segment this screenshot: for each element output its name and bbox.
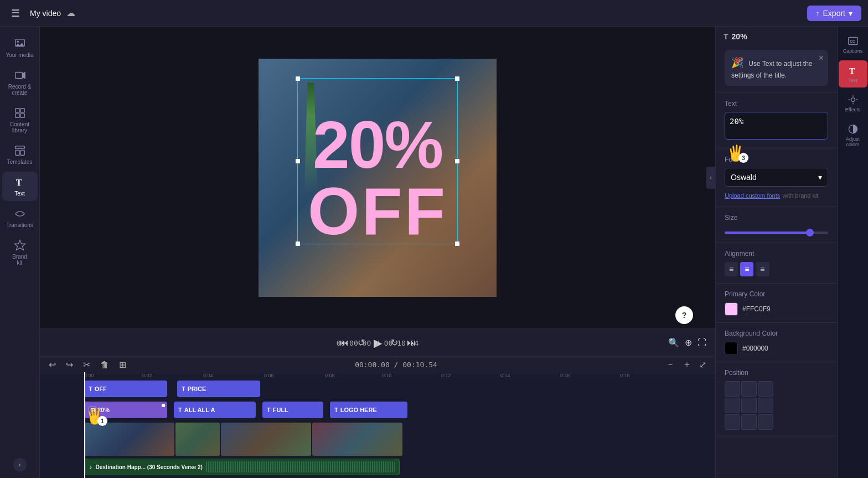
align-center-button[interactable]: ≡ (740, 262, 753, 276)
font-label: Font (725, 156, 828, 163)
svg-rect-8 (20, 114, 24, 117)
handle-mid-left[interactable] (296, 159, 300, 163)
video-clip-4[interactable] (312, 423, 402, 456)
duplicate-button[interactable]: ⊞ (117, 357, 128, 372)
export-button[interactable]: ↑ Export ▾ (807, 6, 861, 21)
sidebar-item-record-create[interactable]: Record &create (2, 65, 38, 100)
tooltip-section: 🎉 Use Text to adjust the settings of the… (716, 43, 837, 93)
clip-full-label: FULL (273, 407, 288, 413)
svg-rect-3 (15, 73, 22, 79)
clip-logo[interactable]: T LOGO HERE (330, 402, 407, 418)
align-right-button[interactable]: ≡ (756, 262, 769, 276)
pos-mid-center[interactable] (741, 398, 757, 413)
clip-price[interactable]: T PRICE (177, 381, 260, 397)
handle-bot-left[interactable] (296, 241, 300, 246)
handle-mid-right[interactable] (455, 159, 459, 163)
sidebar-item-brand-label: Brandkit (12, 254, 27, 266)
canvas-wrap: 1:1 20% OFF (259, 59, 497, 297)
sidebar-item-transitions[interactable]: Transitions (2, 203, 38, 233)
size-slider[interactable] (725, 232, 828, 234)
tooltip-close-button[interactable]: × (819, 53, 824, 63)
panel-header-value: 20% (732, 32, 747, 41)
far-right-effects[interactable]: Effects (839, 90, 867, 117)
video-clip-2[interactable] (175, 423, 220, 456)
panel-t-icon: T (724, 32, 728, 41)
pos-bot-left[interactable] (725, 414, 740, 430)
handle-top-right[interactable] (455, 76, 459, 81)
sidebar-collapse-button[interactable]: › (13, 458, 27, 471)
font-dropdown-arrow: ▾ (818, 173, 822, 182)
sidebar-item-text[interactable]: T Text (2, 172, 38, 201)
cut-button[interactable]: ✂ (81, 357, 92, 372)
hamburger-menu[interactable]: ☰ (7, 5, 24, 22)
primary-color-label: Primary Color (725, 290, 828, 298)
pos-bot-right[interactable] (758, 414, 773, 430)
position-grid (725, 381, 828, 430)
far-right-adjust-colors[interactable]: Adjustcolors (839, 119, 867, 152)
handle-bot-right[interactable] (455, 241, 459, 246)
zoom-in-timeline[interactable]: ＋ (680, 357, 694, 373)
video-clip-3[interactable] (221, 423, 311, 456)
clip-full[interactable]: T FULL (262, 402, 323, 418)
fullscreen-button[interactable]: ⛶ (698, 337, 706, 348)
align-left-button[interactable]: ≡ (725, 262, 738, 276)
audio-waveform (206, 461, 395, 472)
timeline-tracks: T OFF T PRICE ⊞ 20% (40, 378, 715, 478)
canvas-container: 1:1 20% OFF (40, 27, 715, 328)
audio-clip[interactable]: ♪ Destination Happ... (30 Seconds Verse … (84, 459, 400, 475)
sidebar-item-content-library[interactable]: Contentlibrary (2, 102, 38, 138)
far-right-text[interactable]: T Text 🖐 2 (839, 60, 867, 88)
far-right-panel: CC Captions T Text 🖐 2 Effects Adjustcol… (837, 27, 868, 478)
clip-off[interactable]: T OFF (84, 381, 167, 397)
primary-color-swatch[interactable] (725, 302, 738, 316)
font-section: Font Oswald ▾ Upload custom fonts with b… (716, 149, 837, 207)
fit-timeline[interactable]: ⤢ (697, 357, 709, 373)
pos-top-right[interactable] (758, 381, 773, 397)
size-slider-wrap (725, 226, 828, 236)
video-track (84, 423, 711, 456)
sidebar-item-transitions-label: Transitions (6, 222, 33, 228)
timeline-toolbar: ↩ ↪ ✂ 🗑 ⊞ 00:00.00 / 00:10.54 － ＋ ⤢ (40, 357, 715, 373)
text-track-2: ⊞ 20% T ALL ALL A T FULL (84, 402, 711, 418)
zoom-out-button[interactable]: 🔍 (668, 337, 679, 348)
help-button[interactable]: ? (675, 306, 693, 324)
svg-rect-6 (20, 109, 24, 112)
zoom-in-button[interactable]: ⊕ (685, 337, 692, 348)
effects-label: Effects (845, 107, 860, 112)
handle-top-left[interactable] (296, 76, 300, 81)
pos-bot-center[interactable] (741, 414, 757, 430)
size-section: Size (716, 207, 837, 243)
delete-button[interactable]: 🗑 (98, 358, 111, 372)
clip-20-label: 20% (97, 407, 110, 413)
text-track-1: T OFF T PRICE (84, 381, 711, 397)
sidebar-item-brand-kit[interactable]: Brandkit (2, 235, 38, 270)
playback-right-controls: 🔍 ⊕ ⛶ (668, 337, 706, 348)
clip-20percent[interactable]: ⊞ 20% (84, 402, 167, 418)
pos-mid-right[interactable] (758, 398, 773, 413)
text-input[interactable]: 20% (725, 112, 828, 140)
size-label: Size (725, 214, 828, 222)
pos-mid-left[interactable] (725, 398, 740, 413)
font-select-dropdown[interactable]: Oswald ▾ (725, 168, 828, 187)
panel-expand-arrow[interactable]: ‹ (706, 167, 715, 189)
upload-custom-fonts-link[interactable]: Upload custom fonts (725, 192, 780, 199)
clip-resize-handle[interactable] (162, 404, 165, 407)
adjust-colors-label: Adjustcolors (846, 136, 860, 147)
sidebar-item-templates[interactable]: Templates (2, 140, 38, 169)
topbar: ☰ My video ☁ ↑ Export ▾ (0, 0, 868, 27)
zoom-out-timeline[interactable]: － (664, 357, 677, 373)
clip-all[interactable]: T ALL ALL A (174, 402, 256, 418)
undo-button[interactable]: ↩ (46, 357, 58, 372)
far-right-captions[interactable]: CC Captions (839, 31, 867, 58)
text-section: Text 20% (716, 93, 837, 149)
audio-label: Destination Happ... (30 Seconds Verse 2) (96, 464, 203, 470)
ruler-mark-14: 0:14 (500, 373, 510, 378)
clip-price-icon: T (182, 386, 185, 392)
pos-top-left[interactable] (725, 381, 740, 397)
bg-color-swatch[interactable] (725, 342, 738, 355)
pos-top-center[interactable] (741, 381, 757, 397)
sidebar-item-your-media[interactable]: Your media (2, 33, 38, 63)
video-canvas[interactable]: 20% OFF (259, 59, 497, 297)
redo-button[interactable]: ↪ (64, 357, 75, 372)
video-clip-1[interactable] (84, 423, 174, 456)
